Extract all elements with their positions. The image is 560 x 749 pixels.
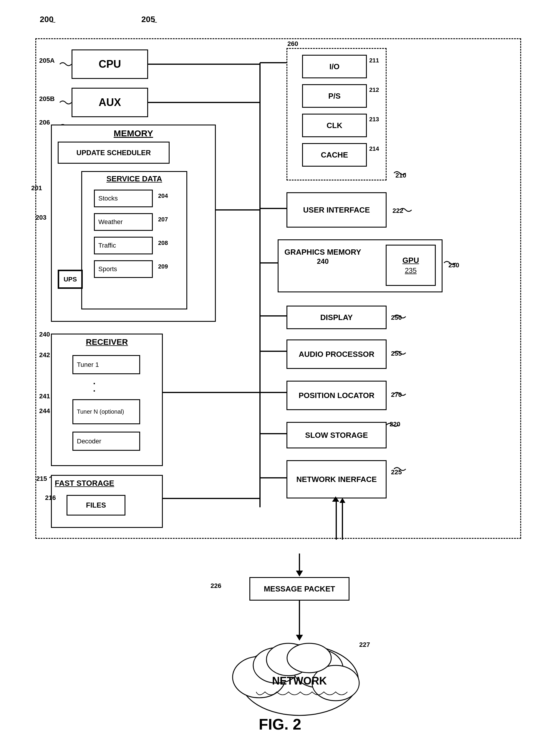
svg-marker-19 <box>340 498 345 503</box>
clk-label: CLK <box>326 121 342 130</box>
ref-227: 227 <box>359 641 370 649</box>
ref-210: 210 <box>395 172 406 179</box>
ref-203: 203 <box>36 214 46 221</box>
ref-205A: 205A <box>39 57 55 64</box>
ref-250: 250 <box>391 314 402 321</box>
ref-242: 242 <box>39 351 50 359</box>
traffic-box: Traffic <box>94 237 153 254</box>
svg-marker-21 <box>296 571 303 576</box>
wavy-200: ~ <box>51 18 56 26</box>
ref-241: 241 <box>39 392 50 400</box>
ui-label: USER INTERFACE <box>303 206 370 215</box>
ref-201: 201 <box>31 184 42 192</box>
ref-220: 220 <box>389 421 401 428</box>
user-interface-box: USER INTERFACE <box>286 192 387 228</box>
tunerN-box: Tuner N (optional) <box>72 399 140 424</box>
files-box: FILES <box>67 495 125 515</box>
display-label: DISPLAY <box>320 313 353 322</box>
receiver-label: RECEIVER <box>52 335 162 347</box>
ref-206: 206 <box>39 119 50 126</box>
ref-255: 255 <box>391 350 402 358</box>
position-box: POSITION LOCATOR <box>286 381 387 410</box>
tunerN-label: Tuner N (optional) <box>77 408 124 415</box>
io-group-box: 260 I/O 211 P/S 212 CLK 213 CACHE 214 <box>286 48 387 180</box>
memory-box: MEMORY UPDATE SCHEDULER SERVICE DATA Sto… <box>51 125 216 322</box>
ref-214: 214 <box>369 146 379 152</box>
ref-270: 270 <box>391 391 402 399</box>
wavy-205: ~ <box>153 18 157 26</box>
network-interface-label: NETWORK INERFACE <box>297 475 377 484</box>
weather-box: Weather <box>94 213 153 231</box>
ref-205B: 205B <box>39 95 55 103</box>
weather-label: Weather <box>98 218 123 226</box>
traffic-label: Traffic <box>98 242 116 249</box>
ref-212: 212 <box>369 87 379 93</box>
ref-226: 226 <box>211 582 221 590</box>
stocks-label: Stocks <box>98 195 118 202</box>
graphics-memory-label: GRAPHICS MEMORY 240 <box>284 248 361 266</box>
service-data-label: SERVICE DATA <box>82 172 186 184</box>
svg-marker-23 <box>296 635 303 641</box>
ref-207: 207 <box>158 216 168 223</box>
ps-label: P/S <box>328 91 341 101</box>
slow-storage-label: SLOW STORAGE <box>305 431 368 440</box>
ref-215: 215 <box>36 475 47 483</box>
cache-box: CACHE <box>302 143 367 167</box>
ref-209: 209 <box>158 263 168 270</box>
receiver-box: RECEIVER Tuner 1 · · Tuner N (optional) … <box>51 334 163 466</box>
gpu-label: GPU <box>403 256 419 265</box>
ref-230: 230 <box>448 261 459 269</box>
aux-label: AUX <box>99 96 121 109</box>
ref-216: 216 <box>45 494 56 502</box>
network-interface-box: NETWORK INERFACE <box>286 460 387 498</box>
clk-box: CLK <box>302 114 367 137</box>
ref-208: 208 <box>158 240 168 247</box>
tuner1-box: Tuner 1 <box>72 355 140 374</box>
update-scheduler-label: UPDATE SCHEDULER <box>77 149 151 157</box>
service-data-box: SERVICE DATA Stocks Weather Traffic Spor… <box>81 171 187 309</box>
cpu-box: CPU <box>71 49 148 79</box>
audio-label: AUDIO PROCESSOR <box>299 350 374 359</box>
main-outer-box: 205A 205B 206 CPU AUX MEMORY UPDATE SCHE… <box>35 38 521 539</box>
message-packet-label: MESSAGE PACKET <box>264 584 335 594</box>
files-label: FILES <box>86 501 106 509</box>
arrow-up-net <box>332 496 339 502</box>
update-scheduler-box: UPDATE SCHEDULER <box>58 142 170 164</box>
ref-225: 225 <box>391 468 402 476</box>
svg-point-30 <box>287 643 331 673</box>
ref-213: 213 <box>369 116 379 123</box>
ref-240-recv: 240 <box>39 330 50 338</box>
position-label: POSITION LOCATOR <box>299 391 374 400</box>
slow-storage-box: SLOW STORAGE <box>286 422 387 448</box>
fast-storage-box: FAST STORAGE FILES <box>51 475 163 528</box>
tuner-dots2: · <box>93 386 95 396</box>
io-label: I/O <box>329 62 340 71</box>
cpu-label: CPU <box>99 58 121 70</box>
stocks-box: Stocks <box>94 190 153 207</box>
ref-204: 204 <box>158 193 168 199</box>
fig-caption: FIG. 2 <box>0 715 560 733</box>
svg-text:NETWORK: NETWORK <box>272 675 327 687</box>
ups-box: UPS <box>58 270 83 289</box>
ps-box: P/S <box>302 84 367 108</box>
gpu-box: GPU 235 <box>386 245 436 286</box>
sports-label: Sports <box>98 265 117 273</box>
audio-box: AUDIO PROCESSOR <box>286 340 387 369</box>
net-down-line <box>336 498 337 540</box>
message-packet-box: MESSAGE PACKET <box>250 577 349 601</box>
gpu-ref: 235 <box>405 266 416 275</box>
decoder-box: Decoder <box>72 432 140 451</box>
decoder-label: Decoder <box>77 437 101 445</box>
bottom-section: NETWORK MESSAGE PACKET 226 227 <box>35 554 521 736</box>
page: 200 ~ 205 ~ <box>0 0 560 749</box>
graphics-group-box: GRAPHICS MEMORY 240 GPU 235 <box>278 239 443 292</box>
ref-244: 244 <box>39 407 50 415</box>
cache-label: CACHE <box>321 150 348 159</box>
sports-box: Sports <box>94 260 153 278</box>
ref-211: 211 <box>369 57 379 64</box>
memory-label: MEMORY <box>52 125 215 138</box>
io-box: I/O <box>302 55 367 78</box>
ups-label: UPS <box>64 276 77 283</box>
ref-260: 260 <box>287 40 298 48</box>
aux-box: AUX <box>71 88 148 117</box>
